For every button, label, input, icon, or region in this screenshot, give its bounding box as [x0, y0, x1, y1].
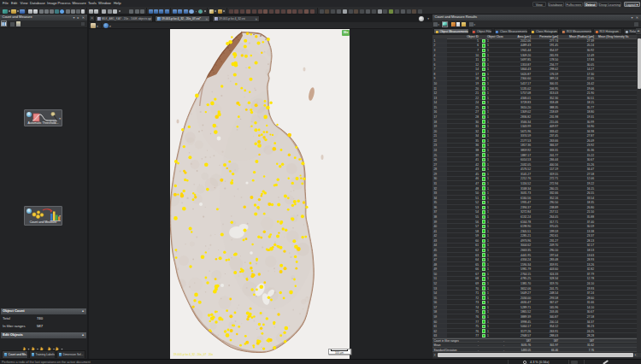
- svg-text:19-001-p ko 4_32 - 20x_07 20: 19-001-p ko 4_32 - 20x_07 20x: [173, 353, 213, 356]
